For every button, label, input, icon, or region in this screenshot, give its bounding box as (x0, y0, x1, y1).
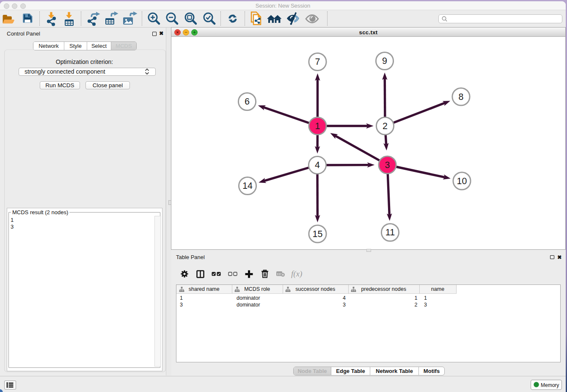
svg-text:4: 4 (315, 160, 320, 170)
svg-text:14: 14 (242, 181, 253, 191)
svg-text:11: 11 (385, 227, 395, 237)
svg-text:7: 7 (315, 57, 320, 67)
svg-text:3: 3 (385, 160, 390, 170)
svg-text:2: 2 (383, 121, 388, 131)
svg-text:15: 15 (313, 229, 323, 239)
svg-text:6: 6 (245, 97, 250, 107)
svg-text:8: 8 (459, 92, 464, 102)
svg-text:1: 1 (315, 121, 320, 131)
svg-text:9: 9 (382, 56, 387, 66)
svg-text:10: 10 (457, 176, 467, 186)
